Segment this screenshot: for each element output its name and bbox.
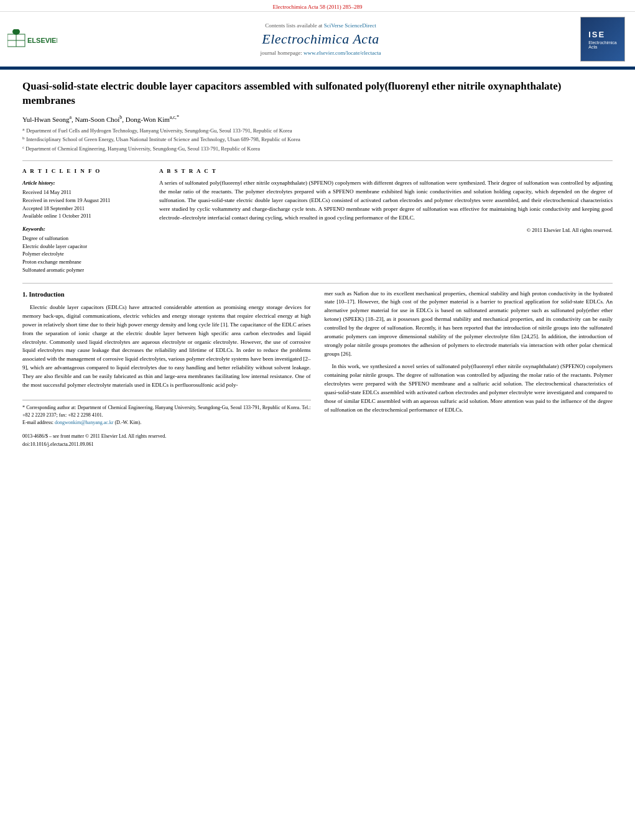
citation-bar: Electrochimica Acta 58 (2011) 285–289 [0, 0, 635, 12]
section1-col2-para1: mer such as Nafion due to its excellent … [325, 290, 613, 359]
revised-date: Received in revised form 19 August 2011 [22, 196, 147, 205]
keyword-1: Degree of sulfonation [22, 234, 147, 242]
section1-col1-para1: Electric double layer capacitors (EDLCs)… [22, 303, 311, 390]
article-info-label: A R T I C L E I N F O [22, 167, 147, 176]
doi-line: doi:10.1016/j.electacta.2011.09.061 [22, 441, 311, 448]
accepted-date: Accepted 18 September 2011 [22, 205, 147, 213]
issn-area: 0013-4686/$ – see front matter © 2011 El… [22, 433, 311, 448]
journal-title: Electrochimica Acta [262, 31, 379, 47]
ise-logo-area: ISE ElectrochimicaActa [578, 17, 628, 62]
abstract-text: A series of sulfonated poly(fluorenyl et… [159, 179, 613, 223]
citation-text: Electrochimica Acta 58 (2011) 285–289 [272, 4, 362, 10]
authors-line: Yul-Hwan Seonga, Nam-Soon Choib, Dong-Wo… [22, 114, 613, 123]
page: Electrochimica Acta 58 (2011) 285–289 EL… [0, 0, 635, 840]
body-col-right: mer such as Nafion due to its excellent … [325, 290, 613, 448]
article-info-column: A R T I C L E I N F O Article history: R… [22, 167, 147, 274]
body-section: 1. Introduction Electric double layer ca… [22, 290, 613, 448]
affiliation-c: ᶜ Department of Chemical Engineering, Ha… [22, 145, 613, 153]
sciverse-link[interactable]: SciVerse ScienceDirect [324, 22, 376, 29]
article-title: Quasi-solid-state electric double layer … [22, 80, 613, 108]
issn-line1: 0013-4686/$ – see front matter © 2011 El… [22, 433, 311, 440]
section1-heading: 1. Introduction [22, 290, 311, 300]
elsevier-logo-icon: ELSEVIER [7, 29, 57, 49]
available-date: Available online 1 October 2011 [22, 212, 147, 220]
keyword-5: Sulfonated aromatic polymer [22, 266, 147, 274]
history-label: Article history: [22, 179, 147, 187]
homepage-line: journal homepage: www.elsevier.com/locat… [261, 50, 381, 56]
affiliation-a: ᵃ Department of Fuel Cells and Hydrogen … [22, 127, 613, 135]
body-col-left: 1. Introduction Electric double layer ca… [22, 290, 311, 448]
footnote-area: * Corresponding author at: Department of… [22, 400, 311, 427]
elsevier-logo-area: ELSEVIER [7, 17, 63, 62]
journal-header: ELSEVIER Contents lists available at Sci… [0, 12, 635, 68]
copyright-line: © 2011 Elsevier Ltd. All rights reserved… [159, 226, 613, 234]
sciverse-line: Contents lists available at SciVerse Sci… [265, 22, 376, 29]
journal-title-area: Contents lists available at SciVerse Sci… [70, 17, 572, 62]
footnote-email: E-mail address: dongwonkim@hanyang.ac.kr… [22, 419, 311, 427]
keyword-2: Electric double layer capacitor [22, 242, 147, 251]
affiliation-b: ᵇ Interdisciplinary School of Green Ener… [22, 136, 613, 144]
body-divider [22, 283, 613, 284]
affiliations: ᵃ Department of Fuel Cells and Hydrogen … [22, 127, 613, 153]
received-date: Received 14 May 2011 [22, 188, 147, 196]
abstract-label: A B S T R A C T [159, 167, 613, 176]
thin-word: thin [144, 373, 153, 379]
email-link[interactable]: dongwonkim@hanyang.ac.kr [55, 420, 113, 425]
keyword-4: Proton exchange membrane [22, 258, 147, 266]
footnote-corresponding: * Corresponding author at: Department of… [22, 404, 311, 419]
svg-text:ELSEVIER: ELSEVIER [27, 37, 57, 44]
keywords-label: Keywords: [22, 225, 147, 233]
section1-col2-para2: In this work, we synthesized a novel ser… [325, 362, 613, 415]
main-content: Quasi-solid-state electric double layer … [0, 70, 635, 458]
keyword-3: Polymer electrolyte [22, 250, 147, 258]
ise-text: ISE [588, 30, 617, 39]
ise-logo-icon: ISE ElectrochimicaActa [580, 17, 625, 62]
homepage-link[interactable]: www.elsevier.com/locate/electacta [304, 50, 381, 56]
abstract-column: A B S T R A C T A series of sulfonated p… [159, 167, 613, 274]
info-abstract-section: A R T I C L E I N F O Article history: R… [22, 160, 613, 274]
